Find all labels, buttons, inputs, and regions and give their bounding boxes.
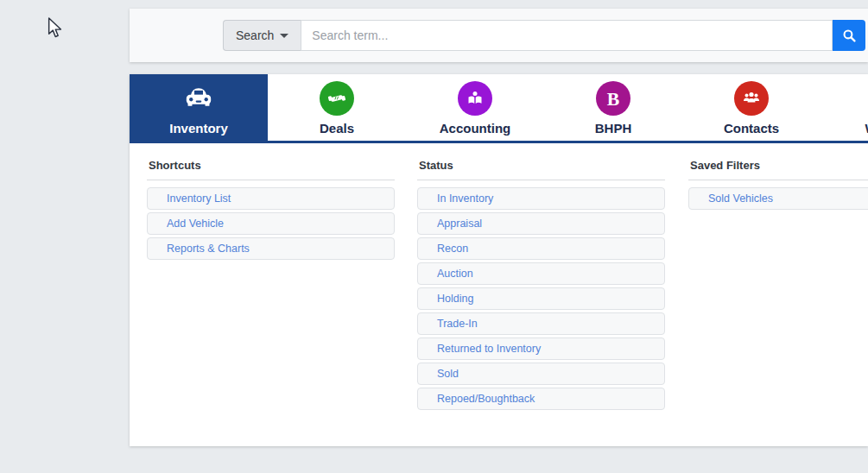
tab-deals-label: Deals (320, 121, 354, 136)
tab-bhph-label: BHPH (595, 121, 632, 136)
status-auction[interactable]: Auction (417, 262, 665, 285)
search-category-dropdown[interactable]: Search (223, 20, 301, 51)
tab-accounting[interactable]: Accounting (406, 74, 544, 141)
book-reader-icon (458, 81, 492, 116)
handshake-icon (320, 81, 354, 116)
tab-accounting-label: Accounting (440, 121, 511, 136)
svg-text:B: B (607, 89, 619, 110)
letter-b-icon: B (596, 81, 630, 116)
shortcuts-header: Shortcuts (147, 155, 395, 180)
tab-content: Shortcuts Inventory List Add Vehicle Rep… (130, 143, 868, 446)
shortcut-reports-charts[interactable]: Reports & Charts (147, 237, 395, 260)
saved-filter-sold-vehicles[interactable]: Sold Vehicles (688, 187, 868, 210)
tab-contacts-label: Contacts (724, 121, 779, 136)
search-input[interactable] (301, 20, 833, 51)
status-recon[interactable]: Recon (417, 237, 665, 260)
search-category-label: Search (236, 28, 274, 42)
magnifier-icon (842, 28, 857, 43)
status-sold[interactable]: Sold (417, 363, 665, 385)
status-holding[interactable]: Holding (417, 287, 665, 310)
tab-contacts[interactable]: Contacts (682, 74, 820, 141)
search-group: Search (223, 20, 865, 51)
tab-bar: Inventory Deals (130, 74, 868, 143)
shortcut-add-vehicle[interactable]: Add Vehicle (147, 212, 395, 235)
shortcuts-column: Shortcuts Inventory List Add Vehicle Rep… (147, 155, 395, 262)
main-panel: Inventory Deals (130, 74, 868, 446)
status-column: Status In Inventory Appraisal Recon Auct… (417, 155, 665, 413)
caret-down-icon (280, 34, 288, 38)
tab-bhph[interactable]: B BHPH (544, 74, 682, 141)
status-header: Status (417, 155, 665, 180)
status-in-inventory[interactable]: In Inventory (417, 187, 665, 210)
tab-website[interactable]: Website (820, 74, 868, 141)
saved-filters-header: Saved Filters (688, 155, 868, 180)
tab-deals[interactable]: Deals (268, 74, 406, 141)
shortcut-inventory-list[interactable]: Inventory List (147, 187, 395, 210)
tab-website-label: Website (865, 121, 868, 136)
status-repoed-boughtback[interactable]: Repoed/Boughtback (417, 388, 665, 410)
people-icon (734, 81, 769, 116)
status-trade-in[interactable]: Trade-In (417, 312, 665, 335)
tab-inventory[interactable]: Inventory (130, 74, 268, 141)
search-bar: Search (130, 9, 868, 62)
search-button[interactable] (833, 20, 865, 51)
tab-inventory-label: Inventory (169, 121, 228, 136)
mouse-cursor-icon (46, 17, 65, 40)
car-icon (181, 81, 216, 116)
status-returned-to-inventory[interactable]: Returned to Inventory (417, 337, 665, 360)
saved-filters-column: Saved Filters Sold Vehicles (688, 155, 868, 212)
status-appraisal[interactable]: Appraisal (417, 212, 665, 235)
